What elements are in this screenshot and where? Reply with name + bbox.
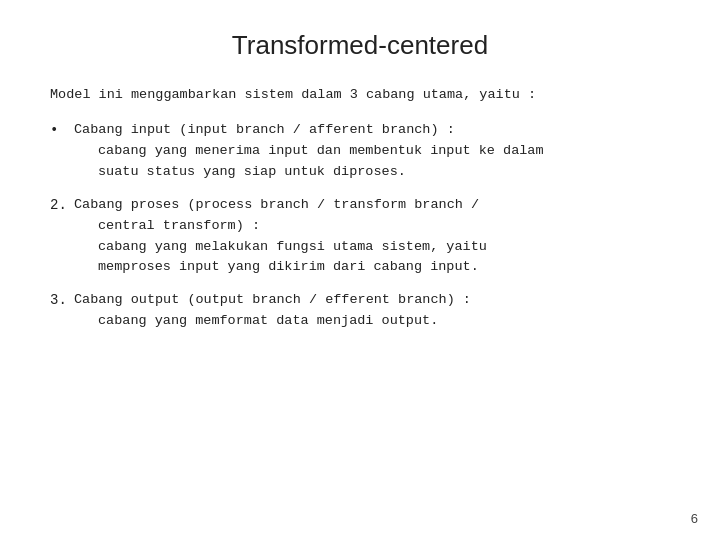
section-3-line2: cabang yang memformat data menjadi outpu…: [74, 311, 670, 332]
section-1: • Cabang input (input branch / afferent …: [50, 120, 670, 183]
section-2-text: Cabang proses (process branch / transfor…: [74, 195, 670, 279]
section-2-line4: memproses input yang dikirim dari cabang…: [74, 257, 670, 278]
section-2-line2: central transform) :: [74, 216, 670, 237]
marker-3: 3.: [50, 290, 70, 312]
marker-2: 2.: [50, 195, 70, 217]
section-3-line1: Cabang output (output branch / efferent …: [74, 290, 670, 311]
bullet-1: •: [50, 120, 70, 142]
section-1-text: Cabang input (input branch / afferent br…: [74, 120, 670, 183]
section-1-line3: suatu status yang siap untuk diproses.: [74, 162, 670, 183]
intro-line: Model ini menggambarkan sistem dalam 3 c…: [50, 85, 670, 106]
section-2-line1: Cabang proses (process branch / transfor…: [74, 195, 670, 216]
section-1-line1: Cabang input (input branch / afferent br…: [74, 120, 670, 141]
slide-container: Transformed-centered Model ini menggamba…: [0, 0, 720, 540]
slide-content: Model ini menggambarkan sistem dalam 3 c…: [50, 85, 670, 332]
slide-title: Transformed-centered: [50, 30, 670, 61]
section-2-line3: cabang yang melakukan fungsi utama siste…: [74, 237, 670, 258]
page-number: 6: [691, 511, 698, 526]
section-3-text: Cabang output (output branch / efferent …: [74, 290, 670, 332]
section-2: 2. Cabang proses (process branch / trans…: [50, 195, 670, 279]
section-3: 3. Cabang output (output branch / effere…: [50, 290, 670, 332]
section-1-line2: cabang yang menerima input dan membentuk…: [74, 141, 670, 162]
